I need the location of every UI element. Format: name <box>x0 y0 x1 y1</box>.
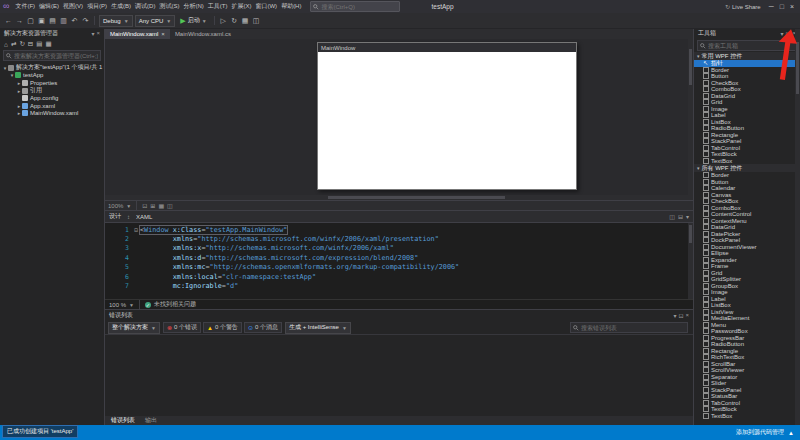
menu-item[interactable]: 测试(S) <box>157 2 181 11</box>
chevron-down-icon: ▼ <box>129 302 134 308</box>
close-button[interactable]: × <box>787 0 797 13</box>
new-project-icon[interactable]: ▢ <box>26 17 35 25</box>
fold-collapse-icon[interactable]: ⊟ <box>132 226 140 233</box>
tree-item[interactable]: App.config <box>0 94 104 102</box>
menu-item[interactable]: 分析(N) <box>181 2 205 11</box>
code-text[interactable]: xmlns:x="http://schemas.microsoft.com/wi… <box>140 244 394 252</box>
solution-search-box[interactable] <box>3 50 101 61</box>
xaml-designer[interactable]: MainWindow <box>105 39 693 195</box>
filter-button[interactable]: ▲0 个警告 <box>203 322 242 333</box>
code-text[interactable]: xmlns="http://schemas.microsoft.com/winf… <box>140 235 439 243</box>
tree-item[interactable]: ▸MainWindow.xaml <box>0 110 104 118</box>
error-scope-dropdown[interactable]: 整个解决方案 ▼ <box>108 322 160 334</box>
nav-forward-icon[interactable]: → <box>15 17 24 25</box>
vertical-split-icon[interactable]: ◫ <box>669 213 675 220</box>
horizontal-split-icon[interactable]: ⊟ <box>678 213 683 220</box>
menu-item[interactable]: 文件(F) <box>13 2 37 11</box>
toolbox-section-header[interactable]: ▾所有 WPF 控件 <box>694 164 800 172</box>
minimize-button[interactable]: ─ <box>766 0 777 13</box>
editor-tab[interactable]: MainWindow.xaml.cs <box>170 28 236 39</box>
maximize-button[interactable]: □ <box>777 0 787 13</box>
collapse-pane-icon[interactable]: ▾ <box>686 213 689 220</box>
editor-tab[interactable]: MainWindow.xaml× <box>105 28 170 39</box>
undo-icon[interactable]: ↶ <box>70 17 79 25</box>
menu-item[interactable]: 生成(B) <box>109 2 133 11</box>
live-share-button[interactable]: ↻ Live Share <box>725 3 761 10</box>
control-icon <box>703 80 709 86</box>
code-text[interactable]: mc:Ignorable="d" <box>140 282 238 290</box>
code-text[interactable]: <Window x:Class="testApp.MainWindow" <box>140 226 287 234</box>
snap-grid-icon[interactable]: ▦ <box>158 202 164 209</box>
designer-zoom-value[interactable]: 100% <box>108 203 123 209</box>
menu-item[interactable]: 视图(V) <box>61 2 85 11</box>
code-text[interactable]: xmlns:mc="http://schemas.openxmlformats.… <box>140 263 459 271</box>
bottom-tab[interactable]: 错误列表 <box>107 416 139 425</box>
tree-item[interactable]: ▾testApp <box>0 72 104 80</box>
hot-reload-icon[interactable]: ↻ <box>230 17 239 25</box>
close-icon[interactable]: × <box>96 30 100 37</box>
menu-item[interactable]: 扩展(X) <box>229 2 253 11</box>
designer-horizontal-scrollbar[interactable] <box>105 195 693 200</box>
snaplines-icon[interactable]: ◫ <box>167 202 173 209</box>
code-text[interactable]: xmlns:d="http://schemas.microsoft.com/ex… <box>140 254 418 262</box>
close-icon[interactable]: × <box>685 312 689 319</box>
add-to-source-control-button[interactable]: 添加到源代码管理 <box>736 428 784 437</box>
toolbox-item-label: StackPanel <box>711 138 741 144</box>
toolbox-scrollbar[interactable] <box>795 28 800 425</box>
menu-item[interactable]: 帮助(H) <box>279 2 303 11</box>
editor-zoom-value[interactable]: 100 % <box>109 302 126 308</box>
document-health-icon[interactable]: ✓ <box>145 302 151 308</box>
error-list-search-input[interactable] <box>581 325 685 331</box>
open-file-icon[interactable]: ▣ <box>37 17 46 25</box>
platform-dropdown[interactable]: Any CPU ▼ <box>135 15 176 27</box>
tree-item[interactable]: ▸引用 <box>0 87 104 95</box>
nav-back-icon[interactable]: ← <box>4 17 13 25</box>
menu-item[interactable]: 工具(T) <box>206 2 230 11</box>
swap-panes-icon[interactable]: ↕ <box>127 214 130 220</box>
properties-icon[interactable]: ▦ <box>45 40 51 48</box>
code-text[interactable]: xmlns:local="clr-namespace:testApp" <box>140 273 316 281</box>
solution-search-input[interactable] <box>14 53 98 59</box>
error-provider-dropdown[interactable]: 生成 + IntelliSense ▼ <box>285 322 351 334</box>
switch-views-icon[interactable]: ⇄ <box>11 40 16 48</box>
designer-window-preview[interactable]: MainWindow <box>317 42 577 190</box>
find-in-files-icon[interactable]: ◫ <box>252 17 261 25</box>
window-position-icon[interactable]: ▾ <box>91 30 94 37</box>
bottom-tab[interactable]: 输出 <box>141 416 161 425</box>
tree-item[interactable]: ▸Properties <box>0 79 104 87</box>
collapse-all-icon[interactable]: ⊟ <box>28 40 33 48</box>
menu-item[interactable]: 窗口(W) <box>253 2 279 11</box>
filter-button[interactable]: ⊗0 个错误 <box>163 322 201 333</box>
show-all-files-icon[interactable]: ▤ <box>36 40 42 48</box>
save-icon[interactable]: ▤ <box>48 17 57 25</box>
home-icon[interactable]: ⌂ <box>4 41 8 48</box>
up-caret-icon[interactable]: ▲ <box>788 430 794 436</box>
menu-item[interactable]: 调试(D) <box>133 2 157 11</box>
attach-icon[interactable]: ▷ <box>219 17 228 25</box>
grid-toggle-icon[interactable]: ⊞ <box>150 202 155 209</box>
redo-icon[interactable]: ↷ <box>81 17 90 25</box>
quick-search-box[interactable] <box>310 1 400 12</box>
configuration-dropdown[interactable]: Debug ▼ <box>99 15 133 27</box>
toolbox-item[interactable]: TextBox <box>694 413 800 420</box>
refresh-icon[interactable]: ↻ <box>19 40 24 48</box>
xaml-code-editor[interactable]: 1⊟<Window x:Class="testApp.MainWindow"2 … <box>105 223 693 299</box>
quick-search-input[interactable] <box>321 4 397 10</box>
design-pane-label[interactable]: 设计 <box>109 212 121 221</box>
tree-item[interactable]: ▾解决方案"testApp"(1 个项目/共 1 个) <box>0 64 104 72</box>
design-xaml-splitter[interactable]: 设计 ↕ XAML ◫⊟▾ <box>105 210 693 223</box>
start-debugging-button[interactable]: ▶ 启动 ▼ <box>177 16 209 25</box>
window-position-icon[interactable]: ▾ <box>673 312 676 319</box>
pin-icon[interactable]: ⊡ <box>678 312 683 319</box>
solution-configurations-icon[interactable]: ▦ <box>241 17 250 25</box>
code-line: 1⊟<Window x:Class="testApp.MainWindow" <box>105 225 693 234</box>
menu-item[interactable]: 编辑(E) <box>37 2 61 11</box>
tab-close-icon[interactable]: × <box>161 31 165 37</box>
xaml-pane-label[interactable]: XAML <box>136 214 152 220</box>
filter-button[interactable]: ⊙0 个消息 <box>244 322 282 333</box>
error-list-search-box[interactable] <box>570 322 688 333</box>
zoom-fit-icon[interactable]: ⊡ <box>142 202 147 209</box>
save-all-icon[interactable]: ▥ <box>59 17 68 25</box>
tree-item[interactable]: ▸App.xaml <box>0 102 104 110</box>
menu-item[interactable]: 项目(P) <box>85 2 109 11</box>
